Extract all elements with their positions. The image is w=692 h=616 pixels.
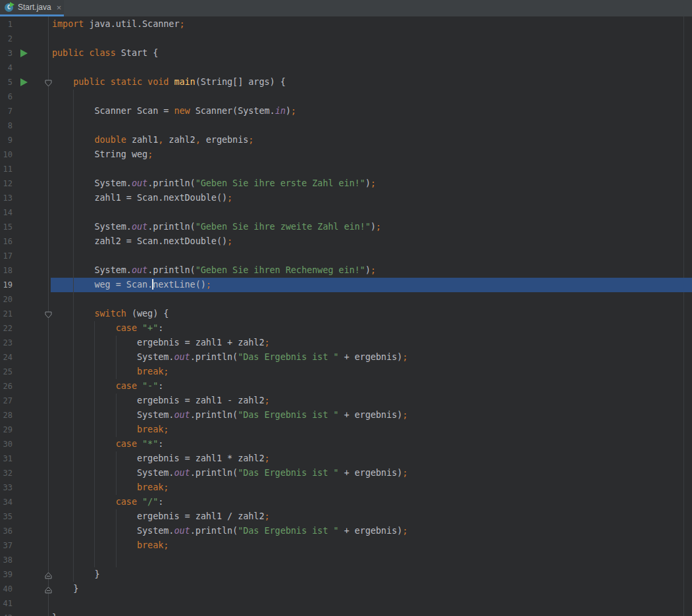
editor-line[interactable]: 4 — [0, 61, 692, 75]
line-number[interactable]: 20 — [0, 292, 13, 307]
line-number[interactable]: 26 — [0, 379, 13, 394]
line-number[interactable]: 13 — [0, 191, 13, 205]
line-number[interactable]: 30 — [0, 437, 13, 451]
editor-line[interactable]: 5 public static void main(String[] args)… — [0, 75, 692, 90]
line-number[interactable]: 24 — [0, 350, 13, 365]
line-number[interactable]: 15 — [0, 220, 13, 234]
editor-line[interactable]: 8 — [0, 118, 692, 133]
line-number[interactable]: 29 — [0, 423, 13, 437]
editor-line[interactable]: 37 break; — [0, 538, 692, 553]
editor-line[interactable]: 30 case "*": — [0, 437, 692, 451]
token-kw: break — [137, 367, 163, 376]
line-number[interactable]: 8 — [0, 118, 13, 133]
line-number[interactable]: 17 — [0, 249, 13, 263]
editor-line[interactable]: 10 String weg; — [0, 147, 692, 162]
line-number[interactable]: 37 — [0, 538, 13, 553]
line-number[interactable]: 27 — [0, 394, 13, 408]
token-pl — [137, 381, 142, 391]
line-number[interactable]: 2 — [0, 32, 13, 46]
line-number[interactable]: 40 — [0, 582, 13, 596]
editor-line[interactable]: 42} — [0, 611, 692, 616]
line-number[interactable]: 9 — [0, 133, 13, 147]
token-fd: out — [174, 410, 190, 420]
line-number[interactable]: 21 — [0, 307, 13, 321]
line-number[interactable]: 33 — [0, 480, 13, 495]
line-number[interactable]: 14 — [0, 205, 13, 220]
editor-line[interactable]: 35 ergebnis = zahl1 / zahl2; — [0, 509, 692, 524]
line-number[interactable]: 22 — [0, 321, 13, 336]
code-text: case "/": — [52, 495, 163, 509]
line-number[interactable]: 16 — [0, 234, 13, 249]
editor-line[interactable]: 3public class Start { — [0, 46, 692, 61]
line-number[interactable]: 32 — [0, 466, 13, 480]
editor-line[interactable]: 25 break; — [0, 365, 692, 379]
editor-line[interactable]: 31 ergebnis = zahl1 * zahl2; — [0, 451, 692, 466]
editor-line[interactable]: 1import java.util.Scanner; — [0, 17, 692, 32]
run-button-icon[interactable] — [20, 78, 28, 86]
token-pl: } — [52, 569, 100, 579]
editor-line[interactable]: 26 case "-": — [0, 379, 692, 394]
line-number[interactable]: 5 — [0, 75, 13, 90]
editor-line[interactable]: 20 — [0, 292, 692, 307]
line-number[interactable]: 12 — [0, 176, 13, 191]
line-number[interactable]: 23 — [0, 336, 13, 350]
editor-line[interactable]: 18 System.out.println("Geben Sie ihren R… — [0, 263, 692, 278]
editor-line[interactable]: 38 — [0, 553, 692, 567]
editor-line[interactable]: 22 case "+": — [0, 321, 692, 336]
code-text: } — [52, 611, 57, 616]
token-pl — [52, 135, 95, 145]
editor-line[interactable]: 36 System.out.println("Das Ergebnis ist … — [0, 524, 692, 538]
editor-line[interactable]: 21 switch (weg) { — [0, 307, 692, 321]
code-text: System.out.println("Geben Sie ihren Rech… — [52, 263, 376, 278]
editor-line[interactable]: 6 — [0, 90, 692, 104]
editor-line[interactable]: 28 System.out.println("Das Ergebnis ist … — [0, 408, 692, 423]
editor-line[interactable]: 11 — [0, 162, 692, 176]
line-number[interactable]: 3 — [0, 46, 13, 61]
editor-line[interactable]: 27 ergebnis = zahl1 - zahl2; — [0, 394, 692, 408]
editor-line[interactable]: 2 — [0, 32, 692, 46]
editor-line[interactable]: 7 Scanner Scan = new Scanner(System.in); — [0, 104, 692, 118]
editor-line[interactable]: 33 break; — [0, 480, 692, 495]
token-pl: zahl1 — [126, 135, 158, 145]
editor[interactable]: 1import java.util.Scanner;23public class… — [0, 16, 692, 616]
line-number[interactable]: 38 — [0, 553, 13, 567]
line-number[interactable]: 35 — [0, 509, 13, 524]
line-number[interactable]: 18 — [0, 263, 13, 278]
line-number[interactable]: 6 — [0, 90, 13, 104]
line-number[interactable]: 31 — [0, 451, 13, 466]
line-number[interactable]: 7 — [0, 104, 13, 118]
editor-line[interactable]: 24 System.out.println("Das Ergebnis ist … — [0, 350, 692, 365]
editor-line[interactable]: 14 — [0, 205, 692, 220]
line-number[interactable]: 4 — [0, 61, 13, 75]
line-number[interactable]: 36 — [0, 524, 13, 538]
line-number[interactable]: 10 — [0, 147, 13, 162]
editor-line[interactable]: 16 zahl2 = Scan.nextDouble(); — [0, 234, 692, 249]
editor-tab-start-java[interactable]: C Start.java × — [0, 0, 64, 16]
editor-line[interactable]: 15 System.out.println("Geben Sie ihre zw… — [0, 220, 692, 234]
editor-line[interactable]: 23 ergebnis = zahl1 + zahl2; — [0, 336, 692, 350]
editor-line[interactable]: 32 System.out.println("Das Ergebnis ist … — [0, 466, 692, 480]
line-number[interactable]: 34 — [0, 495, 13, 509]
editor-line[interactable]: 9 double zahl1, zahl2, ergebnis; — [0, 133, 692, 147]
tab-title: Start.java — [18, 3, 51, 12]
editor-line[interactable]: 41 — [0, 596, 692, 611]
run-button-icon[interactable] — [20, 49, 28, 57]
editor-line[interactable]: 13 zahl1 = Scan.nextDouble(); — [0, 191, 692, 205]
editor-line[interactable]: 17 — [0, 249, 692, 263]
editor-line[interactable]: 12 System.out.println("Geben Sie ihre er… — [0, 176, 692, 191]
line-number[interactable]: 11 — [0, 162, 13, 176]
editor-line[interactable]: 29 break; — [0, 423, 692, 437]
line-number[interactable]: 39 — [0, 567, 13, 582]
line-number[interactable]: 28 — [0, 408, 13, 423]
line-number[interactable]: 25 — [0, 365, 13, 379]
code-text: break; — [52, 538, 169, 553]
line-number[interactable]: 41 — [0, 596, 13, 611]
editor-line[interactable]: 34 case "/": — [0, 495, 692, 509]
line-number[interactable]: 42 — [0, 611, 13, 616]
close-icon[interactable]: × — [57, 3, 62, 12]
editor-line[interactable]: 19 weg = Scan.nextLine(); — [0, 278, 692, 292]
editor-line[interactable]: 40 } — [0, 582, 692, 596]
line-number[interactable]: 19 — [0, 278, 13, 292]
line-number[interactable]: 1 — [0, 17, 13, 32]
editor-line[interactable]: 39 } — [0, 567, 692, 582]
